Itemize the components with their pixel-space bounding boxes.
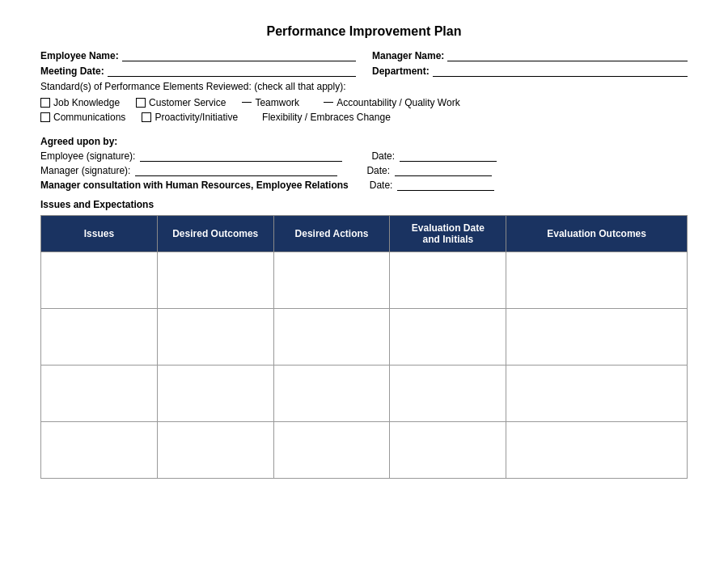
cell-desired-outcomes-2[interactable]: [157, 309, 273, 366]
cell-issues-1[interactable]: [41, 252, 158, 309]
meeting-date-label: Meeting Date:: [40, 65, 104, 77]
cell-eval-outcomes-1[interactable]: [506, 252, 688, 309]
employee-sig-line[interactable]: [140, 150, 342, 162]
cell-eval-date-3[interactable]: [390, 366, 506, 422]
consultation-date-line[interactable]: [397, 180, 494, 191]
col-header-desired-outcomes: Desired Outcomes: [157, 216, 273, 252]
department-line[interactable]: [433, 65, 688, 77]
consultation-label: Manager consultation with Human Resource…: [40, 180, 349, 191]
checkboxes-row-1: Job Knowledge Customer Service Teamwork …: [40, 97, 688, 112]
checkbox-label-teamwork: Teamwork: [255, 97, 299, 108]
agreed-title: Agreed upon by:: [40, 136, 688, 147]
table-row: [41, 422, 688, 479]
checkbox-box-proactivity[interactable]: [142, 112, 151, 122]
checkbox-label-proactivity: Proactivity/Initiative: [154, 112, 238, 123]
table-row: [41, 309, 688, 366]
consultation-row: Manager consultation with Human Resource…: [40, 180, 688, 191]
cell-desired-actions-2[interactable]: [273, 309, 390, 366]
col-header-desired-actions: Desired Actions: [273, 216, 390, 252]
checkbox-label-accountability: Accountability / Quality Work: [336, 97, 460, 108]
employee-sig-label: Employee (signature):: [40, 150, 135, 162]
employee-name-line[interactable]: [122, 50, 356, 61]
cell-desired-outcomes-4[interactable]: [157, 422, 273, 479]
col-header-issues: Issues: [41, 216, 158, 252]
cell-eval-date-2[interactable]: [390, 309, 506, 366]
agreed-section: Agreed upon by: Employee (signature): Da…: [40, 136, 688, 191]
cell-eval-outcomes-2[interactable]: [506, 309, 688, 366]
checkboxes-row-2: Communications Proactivity/Initiative Fl…: [40, 112, 688, 126]
issues-section: Issues and Expectations Issues Desired O…: [40, 199, 688, 479]
consultation-date-label: Date:: [370, 180, 393, 191]
cell-eval-date-1[interactable]: [390, 252, 506, 309]
manager-name-group: Manager Name:: [372, 50, 688, 61]
standards-label: Standard(s) of Performance Elements Revi…: [40, 81, 688, 92]
department-group: Department:: [372, 65, 688, 77]
checkbox-label-customer-service: Customer Service: [149, 97, 226, 108]
field-row-2: Meeting Date: Department:: [40, 65, 688, 77]
cell-issues-4[interactable]: [41, 422, 158, 479]
meeting-date-line[interactable]: [108, 65, 356, 77]
issues-table: Issues Desired Outcomes Desired Actions …: [40, 215, 688, 479]
manager-date-line[interactable]: [395, 165, 492, 176]
employee-date-label: Date:: [371, 150, 395, 162]
employee-name-label: Employee Name:: [40, 50, 119, 61]
checkbox-label-job-knowledge: Job Knowledge: [53, 97, 120, 108]
checkbox-label-communications: Communications: [53, 112, 125, 123]
issues-section-title: Issues and Expectations: [40, 199, 688, 210]
page-title: Performance Improvement Plan: [40, 24, 688, 39]
checkbox-communications[interactable]: Communications: [40, 112, 125, 123]
table-row: [41, 252, 688, 309]
checkbox-accountability[interactable]: Accountability / Quality Work: [324, 97, 460, 108]
cell-desired-actions-3[interactable]: [273, 366, 390, 422]
checkbox-dash-teamwork: [242, 102, 252, 103]
cell-eval-date-4[interactable]: [390, 422, 506, 479]
department-label: Department:: [372, 65, 430, 77]
cell-issues-2[interactable]: [41, 309, 158, 366]
col-header-eval-outcomes: Evaluation Outcomes: [506, 216, 688, 252]
manager-signature-row: Manager (signature): Date:: [40, 165, 688, 176]
cell-desired-outcomes-3[interactable]: [157, 366, 273, 422]
manager-name-label: Manager Name:: [372, 50, 444, 61]
table-row: [41, 366, 688, 422]
employee-name-group: Employee Name:: [40, 50, 356, 61]
cell-desired-actions-1[interactable]: [273, 252, 390, 309]
standards-section: Standard(s) of Performance Elements Revi…: [40, 81, 688, 126]
employee-signature-row: Employee (signature): Date:: [40, 150, 688, 162]
checkbox-customer-service[interactable]: Customer Service: [136, 97, 226, 108]
checkbox-proactivity[interactable]: Proactivity/Initiative: [142, 112, 238, 123]
checkbox-job-knowledge[interactable]: Job Knowledge: [40, 97, 120, 108]
table-header-row: Issues Desired Outcomes Desired Actions …: [41, 216, 688, 252]
cell-issues-3[interactable]: [41, 366, 158, 422]
manager-sig-line[interactable]: [135, 165, 337, 176]
cell-desired-outcomes-1[interactable]: [157, 252, 273, 309]
checkbox-flexibility: Flexibility / Embraces Change: [262, 112, 391, 123]
meeting-date-group: Meeting Date:: [40, 65, 356, 77]
checkbox-box-communications[interactable]: [40, 112, 50, 122]
cell-desired-actions-4[interactable]: [273, 422, 390, 479]
manager-name-line[interactable]: [447, 50, 688, 61]
cell-eval-outcomes-4[interactable]: [506, 422, 688, 479]
checkbox-teamwork[interactable]: Teamwork: [242, 97, 299, 108]
checkbox-box-customer-service[interactable]: [136, 98, 146, 108]
cell-eval-outcomes-3[interactable]: [506, 366, 688, 422]
field-row-1: Employee Name: Manager Name:: [40, 50, 688, 61]
col-header-eval-date: Evaluation Dateand Initials: [390, 216, 506, 252]
checkbox-dash-accountability: [324, 102, 333, 103]
manager-sig-label: Manager (signature):: [40, 165, 130, 176]
checkbox-label-flexibility: Flexibility / Embraces Change: [262, 112, 391, 123]
checkbox-box-job-knowledge[interactable]: [40, 98, 50, 108]
manager-date-label: Date:: [366, 165, 390, 176]
employee-date-line[interactable]: [400, 150, 497, 162]
